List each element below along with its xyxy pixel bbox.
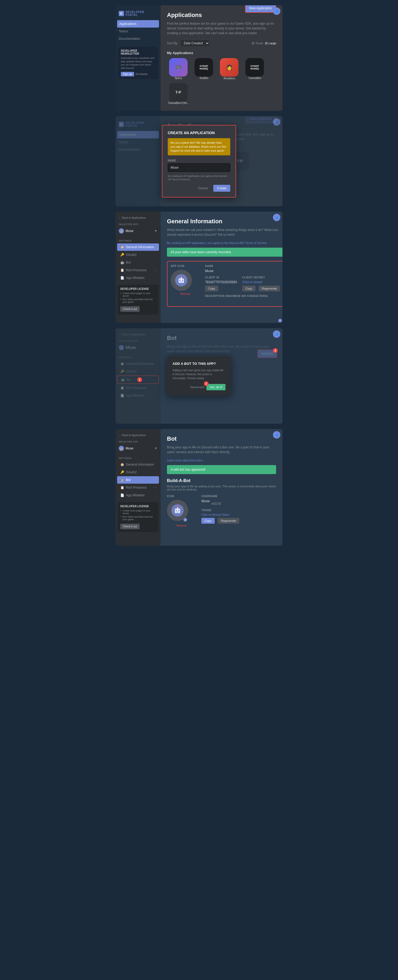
whitelist-icon-bg: 📄 [120, 394, 124, 398]
new-application-button[interactable]: New Application [245, 5, 276, 13]
regenerate-button[interactable]: Regenerate [258, 286, 281, 291]
client-secret-reveal[interactable]: Click to reveal [242, 280, 280, 284]
nav-app-whitelist[interactable]: 📄 App Whitelist [117, 274, 159, 282]
token-reveal-link[interactable]: Click to Reveal Token [201, 513, 276, 516]
remove-bot-button[interactable]: Remove [167, 524, 196, 527]
bot-name-section: USERNAME Muse #6578 TOKEN Click to Revea… [201, 495, 276, 527]
nav-whitelist-5[interactable]: 📄 App Whitelist [117, 492, 159, 499]
app-card-amadeus[interactable]: 👩 「Amadeus」 [218, 58, 241, 80]
my-applications-title: My Applications [167, 51, 276, 55]
sidebar-panel1: D DEVELOPER PORTAL Applications Teams Do… [116, 5, 160, 111]
app-name-spimy: Spimy [174, 76, 182, 80]
bot-title-bg: Bot [167, 335, 276, 342]
view-small-button[interactable]: ⊞ Small [252, 41, 263, 45]
bot-nav-icon-5: 🤖 [120, 478, 124, 482]
view-large-button[interactable]: ⊟ Large [265, 41, 276, 45]
nav-bot[interactable]: 🤖 Bot [117, 259, 159, 266]
bot-main-desc: Bring your app to life on Discord with a… [167, 445, 276, 455]
success-banner: All your edits have been carefully recor… [167, 248, 282, 257]
cancel-button[interactable]: Cancel [195, 185, 211, 192]
create-app-dialog: CREATE AN APPLICATION Are you a game dev… [162, 125, 236, 197]
check-it-out-button-5[interactable]: Check it out [120, 524, 140, 529]
username-row: Muse #6578 [201, 499, 276, 506]
nav-oauth2-5[interactable]: 🔑 OAuth2 [117, 469, 159, 476]
no-thanks-button[interactable]: No thanks [136, 72, 147, 76]
add-bot-dialog: ADD A BOT TO THIS APP? Adding a bot user… [167, 356, 231, 396]
add-bot-actions: Nevermind 3 Yes, do it! [173, 384, 225, 390]
copy-secret-button[interactable]: Copy [242, 286, 255, 291]
back-to-apps-link[interactable]: ← Back to Applications [116, 215, 160, 221]
panel-applications-list: 🔷 D DEVELOPER PORTAL Applications Teams … [116, 5, 282, 111]
app-card-spimy[interactable]: 🎮 Spimy [167, 58, 190, 80]
selected-app-name: Muse [125, 229, 133, 233]
svg-point-13 [177, 506, 178, 507]
copy-client-id-button[interactable]: Copy [205, 286, 218, 291]
name-value: Muse [205, 269, 280, 273]
whitelist-icon-5: 📄 [120, 493, 124, 497]
sidebar-item-documentation[interactable]: Documentation [116, 35, 160, 43]
svg-point-3 [182, 280, 183, 281]
learn-more-link[interactable]: Learn more about bot users. [167, 459, 276, 462]
tos-link[interactable]: By creating an API application, you agre… [167, 241, 282, 245]
check-it-out-button[interactable]: Check it out [120, 306, 140, 312]
remove-icon-button[interactable]: Remove [171, 293, 200, 295]
sidebar-item-applications[interactable]: Applications [117, 20, 159, 27]
regenerate-token-button[interactable]: Regenerate [218, 518, 239, 524]
app-card-testbot[interactable]: SYNOPNODE() TestBot [192, 58, 215, 80]
app-name-tutorialbot: TutorialBot [248, 76, 261, 80]
bot-main-content: Bot Bring your app to life on Discord wi… [160, 429, 282, 546]
nav-rich-5[interactable]: 📋 Rich Presence › [117, 484, 159, 491]
modal-name-input[interactable] [168, 163, 230, 172]
build-a-bot-desc: Bring your app to life by adding a bot u… [167, 485, 276, 491]
rich-icon-5: 📋 [120, 486, 124, 490]
nav-oauth2-bg: 🔑 OAuth2 [117, 368, 159, 375]
app-icon-amadeus: 👩 [220, 58, 238, 76]
copy-token-button[interactable]: Copy [201, 518, 215, 524]
svg-rect-11 [176, 512, 179, 512]
sort-select[interactable]: Date Created [181, 40, 209, 47]
selected-app-row: 🤖 Muse ▼ [116, 227, 160, 235]
nav-rich-presence[interactable]: 📋 Rich Presence › [117, 266, 159, 274]
nav-whitelist-label: App Whitelist [126, 276, 144, 280]
selected-app-name-5: Muse [125, 447, 133, 450]
bot-icon-wrapper: ✓ [167, 500, 188, 523]
bot-icon-bg: 🤖 [121, 378, 125, 382]
selected-app-icon: 🤖 [119, 228, 124, 234]
bot-badge-5: ✓ [183, 517, 188, 522]
app-card-tutorialbot[interactable]: SYNOPNODE() TutorialBot [243, 58, 266, 80]
bot-icon: 🤖 [120, 261, 124, 264]
username-label: USERNAME [201, 495, 276, 498]
nav-general-info[interactable]: 🏠 General Information [117, 243, 159, 251]
yes-do-it-button[interactable]: Yes, do it! [206, 384, 225, 390]
bot-svg-5 [171, 504, 184, 517]
nav-gi-5[interactable]: 🏠 General Information [117, 461, 159, 468]
applications-main: New Application Applications Find the pe… [160, 5, 282, 111]
signup-button[interactable]: Sign up [121, 72, 134, 76]
app-name-testbot: TestBot [199, 76, 208, 80]
back-link-5[interactable]: ← Back to Applications [116, 432, 160, 438]
dev-license-item-5-2: Run Alpha and Beta tests for your game [120, 515, 156, 521]
bot-icon-section: ICON [167, 495, 276, 527]
nav-oauth2[interactable]: 🔑 OAuth2 [117, 251, 159, 259]
view-buttons: ⊞ Small ⊟ Large [252, 41, 276, 45]
app-info-section: APP ICON ✓ [167, 261, 282, 307]
create-button[interactable]: Create [213, 185, 230, 192]
nav-bot-label: Bot [126, 261, 131, 264]
svg-point-6 [181, 276, 182, 277]
user-avatar-5: 🔷 [273, 431, 281, 439]
selected-name-4-bg: Muse [125, 345, 136, 350]
client-secret-label: CLIENT SECRET [242, 276, 280, 279]
rich-icon: 📋 [120, 268, 124, 272]
nevermind-button[interactable]: Nevermind [190, 384, 204, 390]
sidebar-item-teams[interactable]: Teams [116, 27, 160, 35]
badge-1: 1 [137, 377, 142, 382]
settings-sidebar-4-bg: ← Back to Applications SELECTED APP 🤖 Mu… [116, 328, 160, 424]
nav-gi-label-5: General Information [126, 463, 154, 466]
modal-title: CREATE AN APPLICATION [168, 131, 230, 135]
dev-license-item-1: Create store pages in your server [120, 292, 156, 297]
remove-container: Remove [171, 293, 200, 295]
panel-general-info: 🔷 ← Back to Applications SELECTED APP 🤖 … [116, 212, 282, 323]
nav-bot-5[interactable]: 🤖 Bot [117, 476, 159, 484]
gi-title: General Information [167, 218, 282, 225]
app-card-tutorialbot-pyth[interactable]: T-P TutorialBot-Pyth... [167, 83, 190, 105]
